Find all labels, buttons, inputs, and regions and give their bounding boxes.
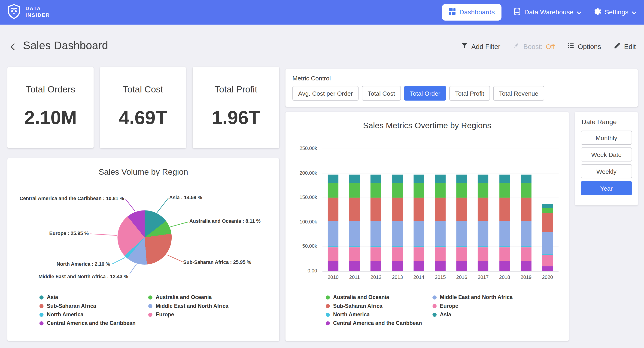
pie-legend-column-1: AsiaSub-Saharan AfricaNorth AmericaCentr… <box>40 293 136 327</box>
bar-stack-2018 <box>499 175 510 271</box>
chevron-down-icon <box>577 9 582 16</box>
bar-segment-australia-and-oceania <box>435 175 446 183</box>
legend-dot <box>432 295 436 299</box>
date-range-option-year[interactable]: Year <box>581 181 632 195</box>
x-axis-tick-label: 2018 <box>494 274 515 280</box>
top-nav: DATA INSIDER Dashboards <box>0 0 644 25</box>
legend-dot <box>40 295 44 299</box>
nav-dashboards-label: Dashboards <box>460 9 495 16</box>
gridline <box>322 149 558 149</box>
nav-settings-button[interactable]: Settings <box>593 8 636 17</box>
legend-label: North America <box>333 311 370 318</box>
legend-item-north-america: North America <box>326 310 422 319</box>
legend-dot <box>326 295 330 299</box>
metric-option-avg-cost-per-order[interactable]: Avg. Cost per Order <box>292 86 358 101</box>
legend-label: Asia <box>440 311 451 318</box>
legend-item-central-america-and-the-caribbean: Central America and the Caribbean <box>326 319 422 327</box>
back-button[interactable] <box>8 42 18 52</box>
legend-item-north-america: North America <box>40 310 136 319</box>
legend-dot <box>326 312 330 316</box>
bar-segment-middle-east-and-north-africa <box>542 208 553 213</box>
nav-dashboards-button[interactable]: Dashboards <box>442 4 502 21</box>
bar-chart-card: Sales Metrics Overtime by Regions 0.0050… <box>286 112 569 341</box>
x-axis-tick-label: 2013 <box>387 274 408 280</box>
y-axis-tick-label: 250.00k <box>288 145 317 151</box>
bar-segment-australia-and-oceania <box>349 175 360 183</box>
bar-segment-europe <box>456 221 467 246</box>
legend-item-middle-east-and-north-africa: Middle East and North Africa <box>432 293 512 301</box>
pencil-icon <box>614 42 621 51</box>
date-range-buttons: MonthlyWeek DateWeeklyYear <box>581 131 632 195</box>
bar-segment-asia <box>435 247 446 261</box>
gear-icon <box>593 8 602 17</box>
legend-dot <box>148 295 152 299</box>
bar-segment-europe <box>328 221 338 246</box>
bar-segment-central-america-and-the-caribbean <box>392 261 402 271</box>
bar-segment-central-america-and-the-caribbean <box>349 261 360 271</box>
kpi-label: Total Cost <box>100 84 186 95</box>
bar-segment-central-america-and-the-caribbean <box>414 261 424 271</box>
date-range-option-week-date[interactable]: Week Date <box>581 147 632 161</box>
bar-segment-asia <box>521 247 531 261</box>
bar-segment-australia-and-oceania <box>542 204 553 208</box>
bar-segment-middle-east-and-north-africa <box>456 183 467 198</box>
bar-stack-2014 <box>414 175 424 271</box>
kpi-label: Total Orders <box>8 84 94 95</box>
bar-stack-2010 <box>328 175 338 271</box>
legend-dot <box>432 312 436 316</box>
bar-segment-central-america-and-the-caribbean <box>371 261 381 271</box>
owl-logo-icon <box>6 3 21 21</box>
bar-segment-sub-saharan-africa <box>478 198 488 221</box>
bar-segment-asia <box>478 247 488 261</box>
pie-chart <box>118 210 172 265</box>
pie-slice-label: Asia : 14.59 % <box>169 195 202 201</box>
bar-segment-middle-east-and-north-africa <box>392 183 402 198</box>
nav-data-warehouse-button[interactable]: Data Warehouse <box>513 8 582 17</box>
legend-dot <box>148 312 152 316</box>
boost-toggle[interactable]: Boost: Off <box>512 42 554 51</box>
metric-option-total-revenue[interactable]: Total Revenue <box>493 86 544 101</box>
legend-label: Europe <box>156 311 174 318</box>
add-filter-button[interactable]: Add Filter <box>460 42 500 51</box>
metric-option-total-order[interactable]: Total Order <box>404 86 446 101</box>
bar-segment-australia-and-oceania <box>478 175 488 183</box>
gridline <box>322 173 558 174</box>
legend-label: North America <box>47 311 84 318</box>
bar-segment-europe <box>392 221 402 246</box>
bar-segment-asia <box>328 247 338 261</box>
options-button[interactable]: Options <box>567 42 601 51</box>
edit-button[interactable]: Edit <box>614 42 636 51</box>
bar-segment-sub-saharan-africa <box>392 198 402 221</box>
legend-item-australia-and-oceania: Australia and Oceania <box>326 293 422 301</box>
kpi-card-total-orders: Total Orders 2.10M <box>8 67 94 148</box>
rocket-icon <box>512 42 520 51</box>
bar-segment-middle-east-and-north-africa <box>349 183 360 198</box>
bar-stack-2015 <box>435 175 446 271</box>
kpi-value: 2.10M <box>8 107 94 129</box>
date-range-option-weekly[interactable]: Weekly <box>581 164 632 178</box>
bar-segment-asia <box>371 247 381 261</box>
legend-item-australia-and-oceania: Australia and Oceania <box>148 293 228 301</box>
brand-logo[interactable]: DATA INSIDER <box>6 3 50 21</box>
date-range-option-monthly[interactable]: Monthly <box>581 131 632 144</box>
legend-label: Sub-Saharan Africa <box>47 303 96 309</box>
app-window: DATA INSIDER Dashboards <box>0 0 644 348</box>
x-axis-tick-label: 2014 <box>408 274 430 280</box>
bar-segment-central-america-and-the-caribbean <box>478 261 488 271</box>
nav-data-warehouse-label: Data Warehouse <box>524 9 573 16</box>
pie-slice-label: Sub-Saharan Africa : 25.95 % <box>183 259 251 265</box>
bar-segment-asia <box>499 247 510 261</box>
y-axis-tick-label: 50.00k <box>288 243 317 249</box>
boost-state: Off <box>546 43 555 50</box>
legend-label: Central America and the Caribbean <box>47 320 136 326</box>
metric-control-label: Metric Control <box>292 75 331 82</box>
legend-label: Middle East and North Africa <box>440 294 512 300</box>
metric-option-total-profit[interactable]: Total Profit <box>449 86 490 101</box>
nav-settings-label: Settings <box>605 9 628 16</box>
bar-stack-2017 <box>478 175 488 271</box>
pie-chart-card: Sales Volume by Region Asia : 14.59 % Au… <box>8 158 279 341</box>
legend-label: Australia and Oceania <box>333 294 389 300</box>
bar-segment-middle-east-and-north-africa <box>371 183 381 198</box>
metric-option-total-cost[interactable]: Total Cost <box>362 86 401 101</box>
options-label: Options <box>578 43 601 50</box>
